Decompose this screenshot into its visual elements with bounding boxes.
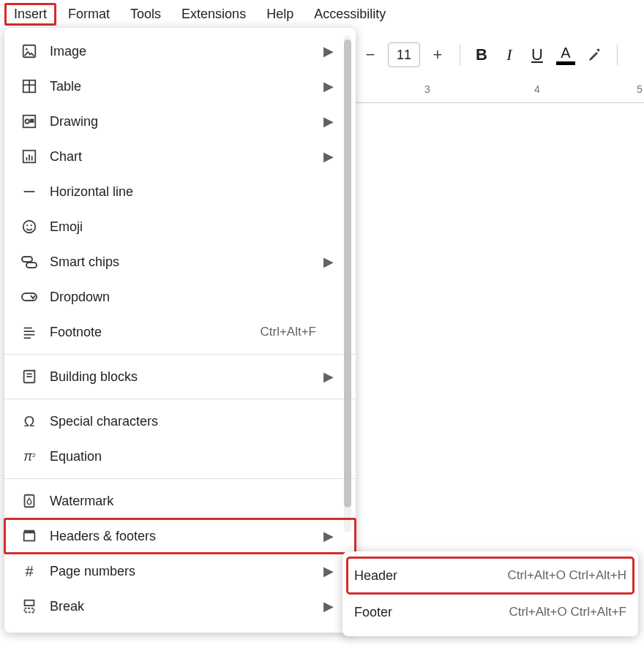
submenu-label: Header	[354, 568, 427, 584]
svg-rect-11	[31, 156, 33, 160]
ruler-border	[351, 102, 644, 103]
chart-icon	[19, 146, 40, 167]
menu-label: Horizontal line	[50, 184, 316, 200]
menubar-item-extensions[interactable]: Extensions	[173, 4, 255, 25]
menu-item-equation[interactable]: π² Equation	[4, 439, 356, 474]
font-size-increase[interactable]: +	[426, 43, 449, 67]
svg-point-13	[23, 221, 36, 233]
menubar-item-accessibility[interactable]: Accessibility	[305, 4, 394, 25]
headerfooter-icon	[19, 526, 40, 546]
menu-label: Image	[50, 44, 316, 59]
submenu-arrow-icon: ▶	[323, 113, 334, 129]
blocks-icon: +	[19, 366, 40, 387]
highlighter-button[interactable]	[583, 46, 607, 64]
ruler-label-3: 3	[424, 83, 430, 95]
menu-item-break[interactable]: Break ▶	[4, 589, 356, 624]
svg-rect-29	[24, 530, 35, 533]
menu-item-smart-chips[interactable]: Smart chips ▶	[4, 244, 356, 279]
submenu-item-header[interactable]: Header Ctrl+Alt+O Ctrl+Alt+H	[347, 557, 634, 594]
submenu-arrow-icon: ▶	[323, 563, 334, 579]
break-icon	[19, 596, 40, 617]
menu-item-headers-footers[interactable]: Headers & footers ▶	[4, 519, 356, 554]
svg-rect-31	[25, 608, 34, 613]
submenu-arrow-icon: ▶	[323, 78, 334, 94]
submenu-arrow-icon: ▶	[323, 254, 334, 270]
menu-label: Equation	[50, 449, 316, 464]
hr-icon	[19, 181, 40, 202]
svg-rect-28	[24, 532, 35, 540]
svg-rect-7	[30, 118, 34, 123]
italic-button[interactable]: I	[498, 45, 520, 64]
underline-button[interactable]: U	[526, 45, 548, 64]
menu-label: Headers & footers	[50, 529, 316, 544]
insert-menu: Image ▶ Table ▶ Drawing ▶ Chart ▶ Horizo…	[4, 28, 356, 633]
menu-item-emoji[interactable]: Emoji	[4, 209, 356, 244]
menu-label: Table	[50, 79, 316, 94]
bold-button[interactable]: B	[471, 45, 493, 64]
menu-item-footnote[interactable]: Footnote Ctrl+Alt+F	[4, 314, 356, 350]
toolbar: − 11 + B I U A	[359, 42, 622, 67]
submenu-item-footer[interactable]: Footer Ctrl+Alt+O Ctrl+Alt+F	[347, 594, 634, 630]
svg-point-14	[26, 225, 28, 226]
menubar-item-help[interactable]: Help	[258, 4, 302, 25]
menu-label: Footnote	[50, 325, 260, 340]
menu-label: Break	[50, 599, 316, 614]
submenu-shortcut: Ctrl+Alt+O Ctrl+Alt+H	[427, 568, 626, 583]
menu-shortcut: Ctrl+Alt+F	[260, 325, 316, 339]
highlighter-icon	[586, 46, 604, 64]
menu-item-horizontal-line[interactable]: Horizontal line	[4, 174, 356, 209]
menubar-item-format[interactable]: Format	[59, 4, 119, 25]
menu-item-table[interactable]: Table ▶	[4, 69, 356, 104]
submenu-arrow-icon: ▶	[323, 598, 334, 614]
headers-footers-submenu: Header Ctrl+Alt+O Ctrl+Alt+H Footer Ctrl…	[342, 551, 638, 636]
menubar-item-insert[interactable]: Insert	[4, 3, 56, 26]
menu-item-page-numbers[interactable]: # Page numbers ▶	[4, 554, 356, 589]
toolbar-divider	[460, 45, 460, 65]
drawing-icon	[19, 111, 40, 132]
chips-icon	[19, 252, 40, 272]
menu-item-drawing[interactable]: Drawing ▶	[4, 104, 356, 139]
text-color-bar	[556, 61, 575, 65]
submenu-arrow-icon: ▶	[323, 369, 334, 385]
menu-item-dropdown[interactable]: Dropdown	[4, 279, 356, 314]
equation-icon: π²	[19, 446, 40, 467]
menu-item-building-blocks[interactable]: + Building blocks ▶	[4, 359, 356, 394]
menu-label: Drawing	[50, 114, 316, 129]
pagenum-icon: #	[19, 561, 40, 581]
menu-label: Emoji	[50, 219, 316, 235]
dropdown-icon	[19, 287, 40, 307]
menu-label: Watermark	[50, 494, 316, 509]
ruler-label-5: 5	[637, 83, 643, 95]
submenu-label: Footer	[354, 605, 427, 620]
svg-rect-10	[29, 154, 30, 160]
menu-label: Smart chips	[50, 255, 316, 270]
svg-point-1	[26, 48, 28, 50]
font-size-decrease[interactable]: −	[359, 43, 382, 67]
menu-divider	[4, 478, 356, 479]
table-icon	[19, 76, 40, 97]
menu-item-special-characters[interactable]: Ω Special characters	[4, 404, 356, 439]
svg-point-15	[31, 225, 32, 226]
submenu-arrow-icon: ▶	[323, 43, 334, 59]
svg-rect-16	[22, 257, 32, 262]
text-color-letter: A	[561, 45, 570, 61]
ruler-label-4: 4	[534, 83, 540, 95]
svg-point-6	[26, 119, 30, 124]
footnote-icon	[19, 322, 40, 342]
menu-divider	[4, 354, 356, 355]
svg-text:+: +	[33, 369, 37, 374]
text-color-button[interactable]: A	[554, 45, 577, 65]
menu-label: Building blocks	[50, 369, 316, 385]
menu-item-chart[interactable]: Chart ▶	[4, 139, 356, 174]
menu-item-watermark[interactable]: Watermark	[4, 483, 356, 519]
svg-rect-9	[26, 157, 27, 161]
svg-rect-27	[25, 495, 34, 508]
menubar-item-tools[interactable]: Tools	[121, 4, 170, 25]
ruler: 3 4 5	[351, 80, 644, 102]
submenu-arrow-icon: ▶	[323, 148, 334, 165]
menu-item-image[interactable]: Image ▶	[4, 34, 356, 69]
svg-rect-30	[25, 600, 34, 606]
font-size-input[interactable]: 11	[388, 42, 420, 67]
menu-label: Dropdown	[50, 290, 316, 305]
menu-label: Chart	[50, 149, 316, 165]
